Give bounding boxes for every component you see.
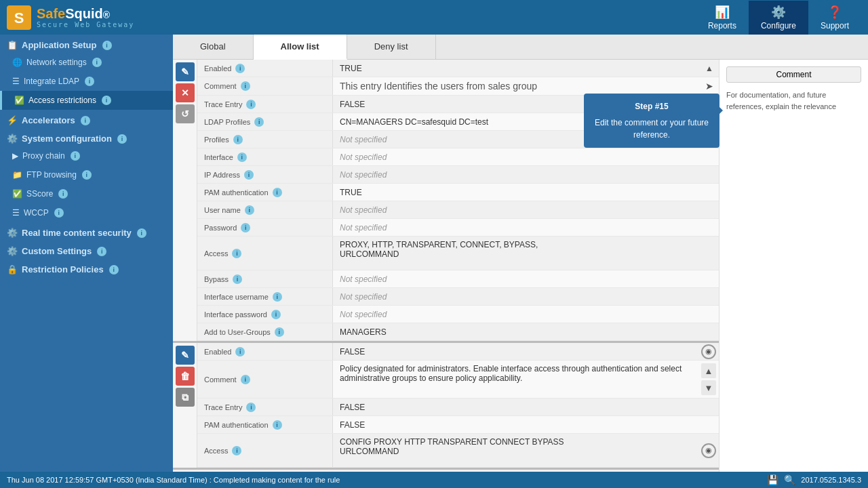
sidebar-section-system-config[interactable]: ⚙️ System configuration i [0,128,173,146]
tab-deny-list[interactable]: Deny list [347,35,436,59]
rule-block-2: ✎ 🗑 ⧉ Enabled i FALSE [173,343,719,470]
username-row: User name i Not specified [197,201,719,219]
profiles-text: Profiles [204,136,229,144]
custom-settings-icon: ⚙️ [7,246,18,256]
sidebar-section-application-setup[interactable]: 📋 Application Setup i [0,35,173,53]
ldap-icon: ☰ [12,77,20,86]
b2-enabled-text: Enabled [204,348,231,356]
sidebar-item-label: Proxy chain [22,151,65,161]
sidebar-item-label: Integrate LDAP [24,77,79,86]
enabled-row: Enabled i TRUE ▲ [197,60,719,77]
b2-pam-label: PAM authentication i [197,416,333,433]
b2-access-nav-btn[interactable]: ◉ [701,443,716,458]
interface-username-text: Interface username [204,293,269,301]
logo-area: S SafeSquid® Secure Web Gateway [7,5,134,30]
sidebar-item-sscore[interactable]: ✅ SScore i [0,184,173,203]
tab-global[interactable]: Global [173,35,254,59]
ldap-profiles-label: LDAP Profiles i [197,113,333,130]
scroll-up-icon[interactable]: ▲ [705,64,713,73]
interface-label: Interface i [197,148,333,165]
sidebar-section-content-security[interactable]: ⚙️ Real time content security i [0,222,173,241]
bypass-row: Bypass i Not specified [197,270,719,288]
sidebar-item-label: Access restrictions [28,96,96,105]
sidebar-item-wccp[interactable]: ☰ WCCP i [0,203,173,222]
b2-trace-row: Trace Entry i FALSE [197,399,719,416]
sidebar-item-integrate-ldap[interactable]: ☰ Integrate LDAP i [0,72,173,91]
main-layout: 📋 Application Setup i 🌐 Network settings… [0,35,868,472]
status-bar: Thu Jun 08 2017 12:59:57 GMT+0530 (India… [0,472,868,488]
b2-enabled-info: i [235,347,245,357]
network-info-icon: i [92,58,102,67]
system-config-info-icon: i [117,134,127,144]
ftp-info-icon: i [82,170,92,180]
block2-edit-btn[interactable]: ✎ [176,346,195,365]
search-status-icon[interactable]: 🔍 [784,474,795,485]
b2-nav-btn[interactable]: ◉ [701,344,716,359]
comment-panel-header: Comment [726,66,861,83]
sidebar-section-accelerators[interactable]: ⚡ Accelerators i [0,110,173,128]
ip-address-row: IP Address i Not specified [197,166,719,184]
version-label: 2017.0525.1345.3 [801,476,861,484]
nav-reports[interactable]: 📊 Reports [696,1,749,35]
b2-pam-info: i [273,420,282,430]
access-info: i [232,249,241,258]
profiles-label: Profiles i [197,131,333,148]
block2-copy-btn[interactable]: ⧉ [176,388,195,407]
application-setup-icon: 📋 [7,40,18,50]
sidebar-section-custom-settings[interactable]: ⚙️ Custom Settings i [0,241,173,259]
wccp-icon: ☰ [12,208,20,218]
nav-reports-label: Reports [708,21,736,30]
send-icon[interactable]: ➤ [705,81,713,92]
sidebar-item-label: SScore [26,189,53,199]
password-label: Password i [197,219,333,236]
sidebar-section-label: Accelerators [22,115,75,125]
trace-label: Trace Entry i [197,96,333,113]
iface-pass-info: i [271,310,281,319]
sidebar-item-network-settings[interactable]: 🌐 Network settings i [0,53,173,72]
configure-icon: ⚙️ [771,5,786,20]
sidebar-item-ftp-browsing[interactable]: 📁 FTP browsing i [0,165,173,184]
save-icon[interactable]: 💾 [767,474,778,485]
sidebar: 📋 Application Setup i 🌐 Network settings… [0,35,173,472]
sidebar-item-label: Network settings [26,58,87,67]
add-usergroups-value: MANAGERS [333,323,719,340]
b2-comment-info: i [241,375,250,384]
access-label: Access i [197,237,333,270]
b2-trace-info: i [246,403,256,412]
app-header: S SafeSquid® Secure Web Gateway 📊 Report… [0,0,868,35]
b2-scroll-down-btn[interactable]: ▼ [701,380,716,395]
sscore-icon: ✅ [12,189,22,199]
tab-allow-list[interactable]: Allow list [254,35,347,60]
sidebar-item-proxy-chain[interactable]: ▶ Proxy chain i [0,146,173,165]
header-nav: 📊 Reports ⚙️ Configure ❓ Support [696,1,861,35]
b2-access-label: Access i [197,434,333,467]
enabled-info: i [235,64,245,73]
sidebar-section-label: Real time content security [22,228,132,238]
block1-undo-btn[interactable]: ↺ [176,104,195,123]
password-info: i [241,223,250,232]
b2-pam-text: PAM authentication [204,421,269,429]
accelerators-icon: ⚡ [7,115,18,125]
proxy-info-icon: i [71,151,80,161]
block1-edit-btn[interactable]: ✎ [176,62,195,81]
restriction-info-icon: i [109,265,119,274]
bypass-info: i [233,274,242,284]
trace-info: i [246,100,256,109]
svg-text:S: S [14,9,24,26]
nav-configure[interactable]: ⚙️ Configure [749,1,808,35]
sidebar-item-access-restrictions[interactable]: ✅ Access restrictions i [0,91,173,110]
nav-support[interactable]: ❓ Support [808,1,861,35]
block2-delete-btn[interactable]: 🗑 [176,367,195,386]
ip-address-value: Not specified [333,166,719,183]
ldap-profiles-text: LDAP Profiles [204,118,250,126]
access-value: PROXY, HTTP, TRANSPARENT, CONNECT, BYPAS… [333,237,719,270]
b2-scroll-up-btn[interactable]: ▲ [701,363,716,378]
sidebar-section-restriction-policies[interactable]: 🔒 Restriction Policies i [0,259,173,277]
nav-configure-label: Configure [761,21,796,30]
block1-delete-btn[interactable]: ✕ [176,83,195,102]
username-text: User name [204,206,241,214]
interface-username-label: Interface username i [197,288,333,305]
content-area: Global Allow list Deny list ✎ ✕ [173,35,868,472]
proxy-icon: ▶ [12,151,18,161]
b2-access-row: Access i CONFIG PROXY HTTP TRANSPARENT C… [197,434,719,468]
